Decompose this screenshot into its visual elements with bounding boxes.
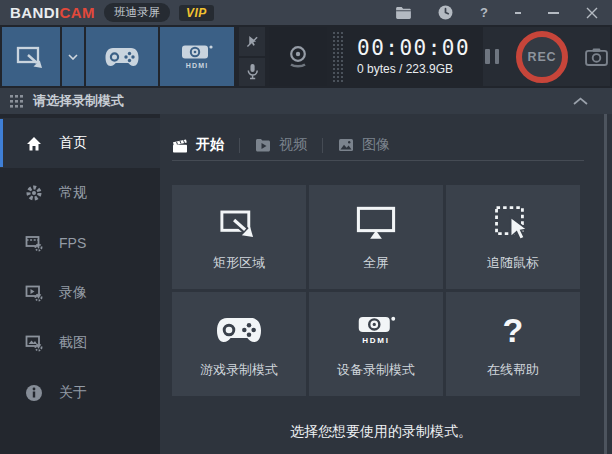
webcam-icon xyxy=(285,44,311,70)
toolbar-drag-handle[interactable] xyxy=(332,31,344,82)
mode-card-label: 矩形区域 xyxy=(213,254,265,272)
hdmi-label: HDMI xyxy=(362,336,390,345)
question-mark-icon: ? xyxy=(503,310,524,350)
logo-cam: CAM xyxy=(60,4,95,21)
mode-card-label: 设备录制模式 xyxy=(337,361,415,379)
sidebar-item-label: FPS xyxy=(59,235,86,251)
help-icon[interactable]: ? xyxy=(480,5,488,20)
gamepad-icon xyxy=(104,45,140,69)
camera-icon xyxy=(585,48,608,66)
mode-card-online-help[interactable]: ? 在线帮助 xyxy=(446,292,580,396)
sidebar-item-video[interactable]: 录像 xyxy=(0,268,160,318)
main-area: 首页 常规 FPS 录像 xyxy=(0,114,612,454)
record-control-zone: REC xyxy=(483,27,610,86)
game-recording-mode-button[interactable] xyxy=(86,27,158,86)
image-tab-icon xyxy=(338,138,354,152)
logo-bandi: BANDI xyxy=(10,4,60,21)
recording-status: 00:00:00 0 bytes / 223.9GB xyxy=(347,27,481,86)
hdmi-label: HDMI xyxy=(186,62,209,69)
sidebar-item-label: 截图 xyxy=(59,334,87,352)
close-icon[interactable] xyxy=(586,7,598,19)
game-mode-icon xyxy=(215,310,263,350)
mode-card-label: 全屏 xyxy=(363,254,389,272)
cursor-disabled-icon xyxy=(246,35,259,48)
mode-card-game-recording[interactable]: 游戏录制模式 xyxy=(172,292,306,396)
sidebar-item-label: 关于 xyxy=(59,384,87,402)
chevron-down-icon xyxy=(68,54,78,60)
mode-grid: 矩形区域 全屏 追随鼠标 xyxy=(172,185,612,396)
grid-icon[interactable] xyxy=(10,95,23,108)
tab-image[interactable]: 图像 xyxy=(338,136,390,154)
mode-card-rect-region[interactable]: 矩形区域 xyxy=(172,185,306,289)
tab-separator xyxy=(322,138,323,153)
content-panel: 开始 视频 图像 xyxy=(160,114,612,454)
info-icon xyxy=(25,384,43,402)
recording-toolbar: HDMI 00:00:00 0 bytes / 223.9GB xyxy=(0,25,612,88)
fps-icon xyxy=(25,234,43,252)
mode-card-label: 游戏录制模式 xyxy=(200,361,278,379)
collapse-panel-button[interactable] xyxy=(573,97,602,105)
mode-card-fullscreen[interactable]: 全屏 xyxy=(309,185,443,289)
vip-badge[interactable]: VIP xyxy=(179,5,214,21)
rec-button[interactable]: REC xyxy=(516,31,568,83)
overlay-toggle-column xyxy=(239,27,265,86)
device-recording-mode-button[interactable]: HDMI xyxy=(160,27,234,86)
gear-icon xyxy=(25,184,43,202)
storage-status: 0 bytes / 223.9GB xyxy=(357,62,471,76)
output-folder-icon[interactable] xyxy=(396,7,411,19)
mode-card-follow-mouse[interactable]: 追随鼠标 xyxy=(446,185,580,289)
tab-label: 开始 xyxy=(196,136,224,154)
titlebar: BANDI CAM 班迪录屏 VIP ? xyxy=(0,0,612,25)
microphone-toggle[interactable] xyxy=(239,58,265,87)
screen-recording-mode-button[interactable] xyxy=(2,27,60,86)
recording-mode-dropdown[interactable] xyxy=(62,27,84,86)
mode-select-hint: 选择您想要使用的录制模式。 xyxy=(160,423,602,441)
clapperboard-icon xyxy=(172,138,188,153)
tab-separator xyxy=(239,138,240,153)
screenshot-settings-icon xyxy=(25,334,43,352)
sidebar-item-about[interactable]: 关于 xyxy=(0,368,160,418)
minimize-to-tray-icon[interactable] xyxy=(515,12,521,14)
sidebar-item-home[interactable]: 首页 xyxy=(0,118,160,168)
sidebar: 首页 常规 FPS 录像 xyxy=(0,114,160,454)
recording-timer: 00:00:00 xyxy=(357,37,471,59)
sidebar-item-screenshot[interactable]: 截图 xyxy=(0,318,160,368)
follow-mouse-icon xyxy=(493,203,533,243)
minimize-icon[interactable] xyxy=(548,12,559,14)
video-tab-icon xyxy=(255,138,271,152)
mouse-effect-toggle[interactable] xyxy=(239,27,265,56)
app-logo: BANDI CAM xyxy=(10,4,95,21)
video-settings-icon xyxy=(25,284,43,302)
sidebar-item-label: 常规 xyxy=(59,184,87,202)
tab-label: 视频 xyxy=(279,136,307,154)
rect-region-icon xyxy=(217,203,261,243)
mode-select-header: 请选择录制模式 xyxy=(0,88,612,114)
mode-card-label: 追随鼠标 xyxy=(487,254,539,272)
mode-card-label: 在线帮助 xyxy=(487,361,539,379)
tab-start[interactable]: 开始 xyxy=(172,136,224,154)
tab-video[interactable]: 视频 xyxy=(255,136,307,154)
home-icon xyxy=(25,135,43,152)
section-title: 请选择录制模式 xyxy=(33,92,124,110)
sidebar-item-fps[interactable]: FPS xyxy=(0,218,160,268)
content-scrollbar[interactable] xyxy=(604,114,607,454)
fullscreen-icon xyxy=(356,203,396,243)
sidebar-item-label: 录像 xyxy=(59,284,87,302)
hdmi-device-icon xyxy=(178,44,216,61)
chevron-up-icon xyxy=(573,97,588,105)
device-mode-icon: HDMI xyxy=(353,310,399,350)
pause-button[interactable] xyxy=(485,49,499,64)
microphone-icon xyxy=(246,63,259,80)
titlebar-controls: ? xyxy=(396,5,602,20)
app-name-badge: 班迪录屏 xyxy=(104,3,170,22)
tab-bar: 开始 视频 图像 xyxy=(172,130,584,161)
screenshot-button[interactable] xyxy=(585,48,608,66)
tab-label: 图像 xyxy=(362,136,390,154)
rect-arrow-icon xyxy=(15,43,47,71)
schedule-clock-icon[interactable] xyxy=(438,5,453,20)
mode-card-device-recording[interactable]: HDMI 设备录制模式 xyxy=(309,292,443,396)
sidebar-item-general[interactable]: 常规 xyxy=(0,168,160,218)
webcam-toggle[interactable] xyxy=(269,27,327,86)
sidebar-item-label: 首页 xyxy=(59,134,87,152)
